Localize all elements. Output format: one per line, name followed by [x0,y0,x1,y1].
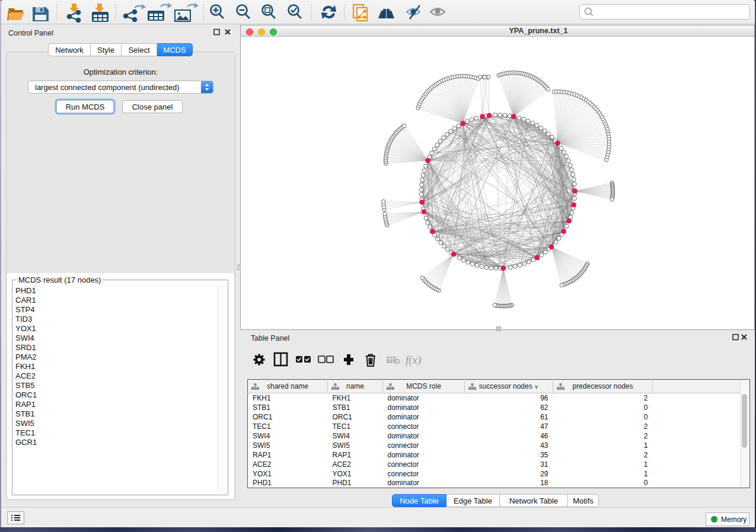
svg-text:f(x): f(x) [406,354,421,367]
